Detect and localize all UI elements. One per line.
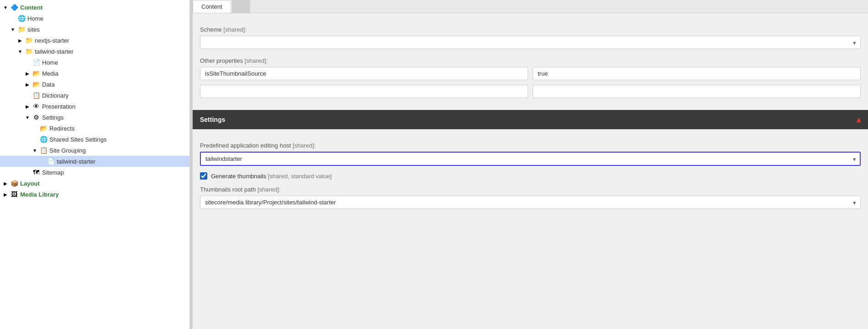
generate-thumbnails-checkbox[interactable] xyxy=(200,172,207,180)
sidebar-item-sitemap[interactable]: ▶🗺Sitemap xyxy=(0,167,189,178)
icon-media: 📂 xyxy=(32,69,40,77)
icon-sites: 📁 xyxy=(17,25,26,33)
icon-content: 🔷 xyxy=(10,3,18,11)
sidebar-item-tailwind-starter-sg[interactable]: ▶📄tailwind-starter xyxy=(0,156,189,167)
label-tw-home: Home xyxy=(42,59,58,66)
sidebar-item-tailwind-starter[interactable]: ▼📁tailwind-starter xyxy=(0,46,189,57)
label-tailwind-starter-sg: tailwind-starter xyxy=(57,158,96,165)
scheme-select-wrapper: ▾ xyxy=(200,36,861,49)
sidebar-item-sites[interactable]: ▼📁sites xyxy=(0,24,189,35)
sidebar-item-layout[interactable]: ▶📦Layout xyxy=(0,178,189,189)
label-presentation: Presentation xyxy=(42,103,75,110)
settings-section-body: Predefined application editing host [sha… xyxy=(193,129,868,216)
settings-collapse-icon: ▴ xyxy=(857,115,861,125)
thumbnails-root-wrapper: ▾ xyxy=(200,196,861,209)
top-tabs: Content xyxy=(193,0,868,13)
toggle-nextjs-starter[interactable]: ▶ xyxy=(16,37,24,44)
label-home: Home xyxy=(27,15,43,22)
label-layout: Layout xyxy=(20,180,40,187)
toggle-presentation[interactable]: ▶ xyxy=(24,103,31,110)
sidebar-item-media[interactable]: ▶📂Media xyxy=(0,68,189,79)
sidebar: ▼🔷Content▶🌐Home▼📁sites▶📁nextjs-starter▼📁… xyxy=(0,0,190,329)
toggle-site-grouping[interactable]: ▼ xyxy=(31,147,38,154)
label-media-library: Media Library xyxy=(20,191,59,198)
icon-data: 📂 xyxy=(32,80,40,88)
main-content: Content Scheme [shared]: ▾ Other propert… xyxy=(193,0,868,329)
sidebar-item-redirects[interactable]: ▶📂Redirects xyxy=(0,123,189,134)
toggle-media-library[interactable]: ▶ xyxy=(2,191,9,198)
scheme-section: Scheme [shared]: ▾ Other properties [sha… xyxy=(193,13,868,110)
generate-thumbnails-row: Generate thumbnails [shared, standard va… xyxy=(200,172,861,180)
scheme-section-body: Scheme [shared]: ▾ Other properties [sha… xyxy=(193,13,868,110)
toggle-media[interactable]: ▶ xyxy=(24,70,31,77)
sidebar-item-shared-sites-settings[interactable]: ▶🌐Shared Sites Settings xyxy=(0,134,189,145)
label-media: Media xyxy=(42,70,58,77)
icon-tailwind-starter: 📁 xyxy=(25,47,33,55)
label-settings: Settings xyxy=(42,114,64,121)
toggle-sites[interactable]: ▼ xyxy=(9,26,16,33)
icon-settings: ⚙ xyxy=(32,113,40,121)
predefined-host-input[interactable] xyxy=(200,152,861,166)
toggle-data[interactable]: ▶ xyxy=(24,81,31,88)
label-redirects: Redirects xyxy=(49,125,75,132)
settings-section-header[interactable]: Settings ▴ xyxy=(193,110,868,129)
other-prop-key1[interactable] xyxy=(200,67,528,80)
other-properties-row2 xyxy=(200,85,861,98)
sidebar-item-settings[interactable]: ▼⚙Settings xyxy=(0,112,189,123)
thumbnails-root-input[interactable] xyxy=(200,196,861,209)
label-dictionary: Dictionary xyxy=(42,92,69,99)
sidebar-item-home[interactable]: ▶🌐Home xyxy=(0,13,189,24)
settings-section-title: Settings xyxy=(200,116,225,123)
other-prop-val2[interactable] xyxy=(533,85,861,98)
icon-sitemap: 🗺 xyxy=(32,168,40,176)
thumbnails-root-label: Thumbnails root path [shared]: xyxy=(200,186,861,193)
label-sites: sites xyxy=(27,26,40,33)
toggle-tailwind-starter[interactable]: ▼ xyxy=(16,48,24,55)
sidebar-item-tw-home[interactable]: ▶📄Home xyxy=(0,57,189,68)
label-data: Data xyxy=(42,81,54,88)
icon-nextjs-starter: 📁 xyxy=(25,36,33,44)
tab-content[interactable]: Content xyxy=(193,0,231,13)
icon-media-library: 🖼 xyxy=(10,190,18,198)
icon-dictionary: 📋 xyxy=(32,91,40,99)
icon-shared-sites-settings: 🌐 xyxy=(39,135,48,143)
label-shared-sites-settings: Shared Sites Settings xyxy=(49,136,107,143)
icon-layout: 📦 xyxy=(10,179,18,187)
label-site-grouping: Site Grouping xyxy=(49,147,86,154)
tab-other[interactable] xyxy=(232,0,250,13)
other-prop-val1[interactable] xyxy=(533,67,861,80)
scheme-label: Scheme [shared]: xyxy=(200,26,861,33)
predefined-host-label: Predefined application editing host [sha… xyxy=(200,142,861,149)
predefined-host-wrapper: ▾ xyxy=(200,152,861,166)
label-sitemap: Sitemap xyxy=(42,169,64,176)
sidebar-item-content[interactable]: ▼🔷Content xyxy=(0,2,189,13)
icon-site-grouping: 📋 xyxy=(39,146,48,154)
icon-redirects: 📂 xyxy=(39,124,48,132)
other-properties-label: Other properties [shared]: xyxy=(200,57,861,64)
sidebar-item-media-library[interactable]: ▶🖼Media Library xyxy=(0,189,189,200)
other-prop-key2[interactable] xyxy=(200,85,528,98)
icon-tailwind-starter-sg: 📄 xyxy=(47,157,55,165)
icon-presentation: 👁 xyxy=(32,102,40,110)
sidebar-item-nextjs-starter[interactable]: ▶📁nextjs-starter xyxy=(0,35,189,46)
label-tailwind-starter: tailwind-starter xyxy=(35,48,74,55)
sidebar-item-data[interactable]: ▶📂Data xyxy=(0,79,189,90)
sidebar-item-dictionary[interactable]: ▶📋Dictionary xyxy=(0,90,189,101)
sidebar-item-site-grouping[interactable]: ▼📋Site Grouping xyxy=(0,145,189,156)
generate-thumbnails-label: Generate thumbnails [shared, standard va… xyxy=(211,173,332,180)
other-properties-row1 xyxy=(200,67,861,80)
toggle-layout[interactable]: ▶ xyxy=(2,180,9,187)
icon-tw-home: 📄 xyxy=(32,58,40,66)
toggle-content[interactable]: ▼ xyxy=(2,4,9,11)
label-nextjs-starter: nextjs-starter xyxy=(35,37,69,44)
icon-home: 🌐 xyxy=(17,14,26,22)
sidebar-item-presentation[interactable]: ▶👁Presentation xyxy=(0,101,189,112)
label-content: Content xyxy=(20,4,43,11)
scheme-input[interactable] xyxy=(200,36,861,49)
toggle-settings[interactable]: ▼ xyxy=(24,114,31,121)
